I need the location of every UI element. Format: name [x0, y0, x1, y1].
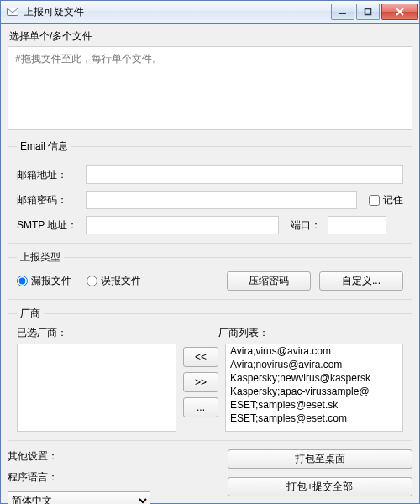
svg-rect-2 [365, 8, 371, 14]
selected-vendors-list[interactable] [17, 344, 176, 432]
vendor-move-buttons: << >> ... [183, 344, 218, 432]
vendor-list-label: 厂商列表： [218, 326, 269, 340]
zip-password-button[interactable]: 压缩密码 [227, 271, 311, 291]
email-password-label: 邮箱密码： [17, 193, 86, 207]
vendor-legend: 厂商 [17, 307, 44, 321]
vendor-list[interactable]: Avira;virus@avira.comAvira;novirus@avira… [225, 344, 403, 432]
file-drop-area[interactable] [8, 46, 412, 130]
title-bar: 上报可疑文件 [0, 0, 420, 24]
email-legend: Email 信息 [17, 139, 71, 154]
move-right-button[interactable]: >> [183, 372, 218, 392]
remember-checkbox[interactable] [369, 195, 380, 206]
email-address-label: 邮箱地址： [17, 168, 86, 182]
email-group: Email 信息 邮箱地址： 邮箱密码： 记住 SMTP 地址： 端口： [8, 139, 412, 244]
radio-miss[interactable]: 漏报文件 [17, 274, 71, 288]
vendor-group: 厂商 已选厂商： 厂商列表： << >> ... Avira;virus@avi… [8, 307, 412, 441]
move-left-button[interactable]: << [183, 347, 218, 367]
remember-checkbox-wrap[interactable]: 记住 [369, 193, 403, 207]
other-settings-label: 其他设置： [8, 449, 58, 464]
language-select[interactable]: 简体中文 [8, 491, 150, 504]
email-address-input[interactable] [86, 165, 403, 184]
bottom-panel: 其他设置： 程序语言： 简体中文 打包至桌面 打包+提交全部 [8, 449, 412, 504]
remember-label: 记住 [383, 193, 403, 207]
vendor-more-button[interactable]: ... [183, 397, 218, 417]
maximize-button[interactable] [356, 4, 380, 20]
vendor-list-item[interactable]: Kaspersky;newvirus@kaspersk [226, 371, 402, 385]
port-input[interactable] [328, 216, 386, 234]
port-label: 端口： [291, 218, 321, 233]
radio-false[interactable]: 误报文件 [87, 274, 141, 288]
radio-false-label: 误报文件 [101, 274, 141, 288]
smtp-label: SMTP 地址： [17, 218, 86, 233]
close-button[interactable] [381, 4, 418, 20]
pack-submit-button[interactable]: 打包+提交全部 [228, 477, 412, 496]
vendor-list-item[interactable]: ESET;samples@eset.com [226, 412, 402, 425]
app-icon [6, 5, 19, 18]
language-label: 程序语言： [8, 470, 58, 485]
pack-desktop-button[interactable]: 打包至桌面 [228, 449, 412, 469]
file-select-section: 选择单个/多个文件 [8, 29, 412, 133]
client-area: 选择单个/多个文件 Email 信息 邮箱地址： 邮箱密码： 记住 SMTP 地… [0, 24, 420, 504]
window-controls [331, 4, 418, 20]
vendor-list-item[interactable]: Avira;novirus@avira.com [226, 358, 402, 371]
radio-miss-input[interactable] [17, 276, 28, 286]
custom-button[interactable]: 自定义... [319, 271, 403, 291]
radio-false-input[interactable] [87, 276, 97, 286]
email-password-input[interactable] [86, 191, 357, 209]
window-title: 上报可疑文件 [24, 5, 331, 19]
selected-vendors-label: 已选厂商： [17, 326, 218, 340]
radio-miss-label: 漏报文件 [31, 274, 71, 288]
vendor-list-item[interactable]: ESET;samples@eset.sk [226, 398, 402, 412]
vendor-list-item[interactable]: Kaspersky;apac-virussample@ [226, 385, 402, 398]
report-type-group: 上报类型 漏报文件 误报文件 压缩密码 自定义... [8, 250, 412, 300]
vendor-list-item[interactable]: Avira;virus@avira.com [226, 344, 402, 358]
file-select-label: 选择单个/多个文件 [9, 29, 412, 44]
smtp-input[interactable] [86, 216, 279, 234]
minimize-button[interactable] [331, 4, 354, 20]
report-type-legend: 上报类型 [17, 250, 64, 265]
